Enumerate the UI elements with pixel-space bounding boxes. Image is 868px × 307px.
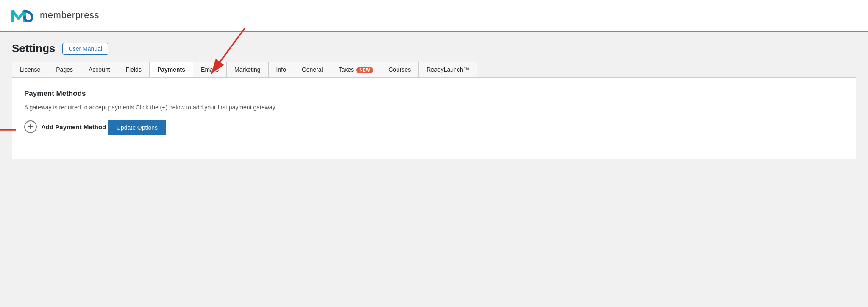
- user-manual-button[interactable]: User Manual: [62, 43, 108, 55]
- update-options-button[interactable]: Update Options: [108, 120, 166, 135]
- tabs-row: LicensePagesAccountFieldsPaymentsEmailsM…: [12, 62, 856, 78]
- settings-title-row: Settings User Manual: [12, 42, 856, 55]
- tab-pages[interactable]: Pages: [48, 62, 81, 77]
- memberpress-logo-icon: [10, 5, 36, 25]
- tab-payments[interactable]: Payments: [149, 62, 193, 77]
- tab-readylaunch[interactable]: ReadyLaunch™: [418, 62, 477, 77]
- tab-courses[interactable]: Courses: [381, 62, 419, 77]
- main-content: Settings User Manual LicensePagesAccount…: [0, 32, 868, 169]
- tab-emails[interactable]: Emails: [193, 62, 227, 77]
- taxes-badge: NEW: [356, 67, 373, 73]
- tab-taxes[interactable]: TaxesNEW: [331, 62, 381, 77]
- logo-text: memberpress: [40, 10, 99, 21]
- content-area: Payment Methods A gateway is required to…: [12, 78, 856, 159]
- tab-marketing[interactable]: Marketing: [226, 62, 268, 77]
- tab-license[interactable]: License: [12, 62, 48, 77]
- payment-methods-title: Payment Methods: [24, 89, 844, 98]
- add-payment-method-row[interactable]: + Add Payment Method: [24, 120, 106, 133]
- logo: memberpress: [10, 5, 99, 25]
- gateway-description: A gateway is required to accept payments…: [24, 104, 844, 111]
- tab-account[interactable]: Account: [81, 62, 118, 77]
- tab-general[interactable]: General: [294, 62, 331, 77]
- tabs-and-content: LicensePagesAccountFieldsPaymentsEmailsM…: [12, 62, 856, 159]
- page-title: Settings: [12, 42, 56, 55]
- tab-fields[interactable]: Fields: [118, 62, 150, 77]
- app-header: memberpress: [0, 0, 868, 32]
- arrow-to-add-payment-icon: [0, 121, 20, 138]
- tab-info[interactable]: Info: [268, 62, 294, 77]
- add-payment-icon: +: [24, 120, 37, 133]
- add-payment-label: Add Payment Method: [41, 123, 106, 131]
